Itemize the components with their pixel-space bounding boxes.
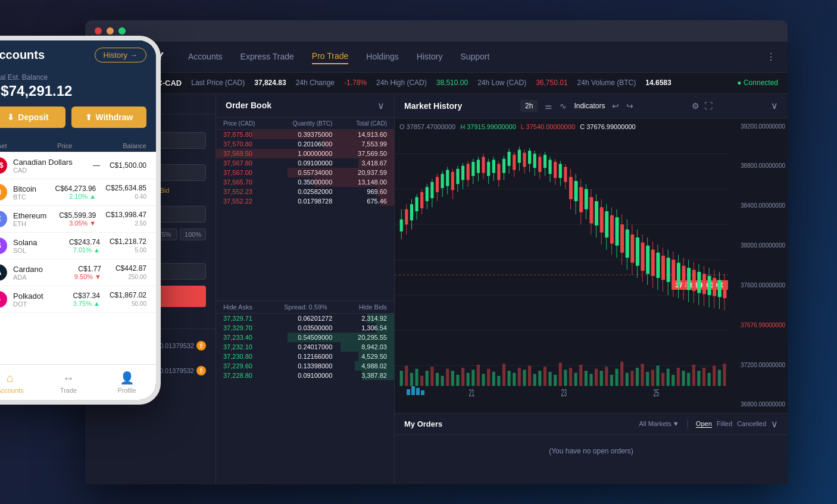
table-row[interactable]: 37,233.40 0.54509000 20,295.55 xyxy=(216,333,394,342)
undo-icon[interactable]: ↩ xyxy=(612,101,619,111)
table-row[interactable]: 37,329.70 0.03500000 1,306.54 xyxy=(216,323,394,333)
svg-rect-193 xyxy=(708,276,711,295)
svg-rect-15 xyxy=(436,372,439,386)
asset-balance: C$1,500.00 xyxy=(110,161,146,170)
filter-cancelled-tab[interactable]: Cancelled xyxy=(737,420,766,427)
table-row[interactable]: 37,230.80 0.12166000 4,529.50 xyxy=(216,352,394,361)
mobile-history-button[interactable]: History → xyxy=(95,48,146,62)
list-item[interactable]: A Cardano ADA C$1.77 9.50% ▼ C$442.87250… xyxy=(0,259,156,286)
table-row[interactable]: 37,229.60 0.13398000 4,988.02 xyxy=(216,361,394,371)
close-dot[interactable] xyxy=(95,27,102,35)
svg-rect-13 xyxy=(426,371,429,386)
asset-info: Bitcoin BTC xyxy=(13,184,55,201)
nav-history[interactable]: History xyxy=(417,49,443,64)
list-item[interactable]: Ξ Ethereum ETH C$5,599.39 3.05% ▼ C$13,9… xyxy=(0,206,156,233)
svg-rect-121 xyxy=(523,152,526,167)
asset-balance: C$13,998.472.50 xyxy=(105,211,146,227)
list-item[interactable]: C$ Canadian Dollars CAD — C$1,500.00 xyxy=(0,152,156,179)
svg-rect-36 xyxy=(544,367,546,386)
y-label-5: 37600.00000000 xyxy=(730,282,785,289)
svg-rect-113 xyxy=(502,158,505,173)
filter-filled-tab[interactable]: Filled xyxy=(717,420,732,427)
y-label-2: 38800.00000000 xyxy=(730,162,785,169)
my-orders-title: My Orders xyxy=(404,420,442,428)
chart-y-axis: 39200.00000000 38800.00000000 38400.0000… xyxy=(728,118,788,413)
table-row[interactable]: 37,552.23 0.02582000 969.60 xyxy=(216,187,394,196)
settings-icon[interactable]: ⚙ xyxy=(692,101,699,111)
asset-rows: C$ Canadian Dollars CAD — C$1,500.00 ₿ xyxy=(0,152,156,364)
table-row[interactable]: 37,567.80 0.09100000 3,418.67 xyxy=(216,158,394,168)
ticker-bar: ☰ ₿ CA BTC-CAD Last Price (CAD) 37,824.8… xyxy=(85,73,788,94)
asset-info: Polkadot DOT xyxy=(13,292,73,308)
filter-open-tab[interactable]: Open xyxy=(696,420,712,428)
nav-holdings[interactable]: Holdings xyxy=(366,49,398,64)
qty-col-header: Quantity (BTC) xyxy=(278,120,333,127)
nav-profile[interactable]: 👤 Profile xyxy=(98,365,156,400)
my-orders-chevron-icon[interactable]: ∨ xyxy=(771,418,778,430)
chart-line-icon[interactable]: ∿ xyxy=(560,101,567,111)
list-item[interactable]: ₿ Bitcoin BTC C$64,273.96 2.10% ▲ C$25,6… xyxy=(0,179,156,206)
indicators-button[interactable]: Indicators xyxy=(574,102,605,110)
nav-accounts[interactable]: ⌂ Accounts xyxy=(0,365,39,400)
svg-rect-57 xyxy=(651,370,654,386)
svg-rect-22 xyxy=(471,370,474,386)
withdraw-button[interactable]: ⬆ Withdraw xyxy=(71,107,146,128)
svg-rect-101 xyxy=(471,161,474,176)
list-item[interactable]: ● Polkadot DOT C$37.34 3.75% ▲ C$1,867.0… xyxy=(0,286,156,313)
svg-rect-30 xyxy=(513,372,516,386)
list-item[interactable]: S Solana SOL C$243.74 7.01% ▲ C$1,218.72… xyxy=(0,233,156,259)
table-row[interactable]: 37,329.71 0.06201272 2,314.92 xyxy=(216,314,394,323)
my-orders-filters: All Markets ▼ | Open Filled Cancelled xyxy=(639,418,766,429)
mobile-balance-section: Total Est. Balance C$74,291.12 ⬇ Deposit… xyxy=(0,68,156,137)
table-row[interactable]: 37,232.10 0.24017000 8,942.03 xyxy=(216,342,394,352)
hide-bids-button[interactable]: Hide Bids xyxy=(359,303,387,311)
nav-pro-trade[interactable]: Pro Trade xyxy=(312,49,348,64)
chart-panel-chevron-icon[interactable]: ∨ xyxy=(771,100,778,111)
redo-icon[interactable]: ↪ xyxy=(626,101,633,111)
nav-more-menu[interactable]: ⋮ xyxy=(766,51,776,62)
svg-rect-137 xyxy=(564,167,567,181)
svg-rect-40 xyxy=(564,370,567,386)
svg-rect-69 xyxy=(713,365,716,386)
nav-support[interactable]: Support xyxy=(460,49,489,64)
order-book-asks: 37,875.80 0.39375000 14,913.60 37,570.80… xyxy=(216,130,394,300)
table-row[interactable]: 37,567.00 0.55734000 20,937.59 xyxy=(216,168,394,177)
table-row[interactable]: 37,875.80 0.39375000 14,913.60 xyxy=(216,130,394,139)
table-row[interactable]: 37,565.70 0.35000000 13,148.00 xyxy=(216,177,394,187)
asset-info: Canadian Dollars CAD xyxy=(13,158,93,174)
minimize-dot[interactable] xyxy=(107,27,114,35)
svg-rect-181 xyxy=(677,262,680,284)
nav-express-trade[interactable]: Express Trade xyxy=(241,49,294,64)
svg-rect-52 xyxy=(626,372,629,386)
chart-type-icon[interactable]: ⚌ xyxy=(545,101,552,111)
fullscreen-icon[interactable]: ⛶ xyxy=(704,101,713,111)
timeframe-2h-button[interactable]: 2h xyxy=(520,100,538,112)
nav-trade[interactable]: ↔ Trade xyxy=(39,365,98,400)
balance-label: Total Est. Balance xyxy=(0,73,146,82)
chart-area: O 37857.47000000 H 37915.99000000 L 3754… xyxy=(395,118,788,413)
table-row[interactable]: 37,228.80 0.09100000 3,387.82 xyxy=(216,371,394,380)
markets-filter-dropdown[interactable]: All Markets ▼ xyxy=(639,420,679,427)
svg-rect-18 xyxy=(451,371,454,386)
table-row[interactable]: 37,569.50 1.00000000 37,569.50 xyxy=(216,149,394,158)
order-book-chevron-icon[interactable]: ∨ xyxy=(377,100,385,111)
svg-rect-49 xyxy=(610,374,613,386)
my-orders-header: My Orders All Markets ▼ | Open Filled Ca… xyxy=(395,414,788,435)
svg-rect-175 xyxy=(661,255,665,280)
table-row[interactable]: 37,552.22 0.01798728 675.46 xyxy=(216,196,394,206)
asset-balance: C$1,218.725.00 xyxy=(110,237,146,254)
hide-asks-button[interactable]: Hide Asks xyxy=(223,303,252,311)
svg-rect-34 xyxy=(533,374,536,386)
svg-rect-39 xyxy=(559,362,562,386)
action-buttons: ⬇ Deposit ⬆ Withdraw xyxy=(0,107,146,128)
asset-price: C$1.77 9.50% ▼ xyxy=(74,265,101,280)
svg-rect-127 xyxy=(538,156,541,171)
svg-rect-67 xyxy=(702,368,705,386)
maximize-dot[interactable] xyxy=(118,27,126,35)
table-row[interactable]: 37,570.80 0.20106000 7,553.99 xyxy=(216,139,394,149)
pct-100-button[interactable]: 100% xyxy=(180,228,206,240)
nav-accounts[interactable]: Accounts xyxy=(188,49,223,64)
svg-rect-61 xyxy=(672,374,674,386)
svg-rect-66 xyxy=(697,371,700,386)
deposit-button[interactable]: ⬇ Deposit xyxy=(0,107,65,128)
